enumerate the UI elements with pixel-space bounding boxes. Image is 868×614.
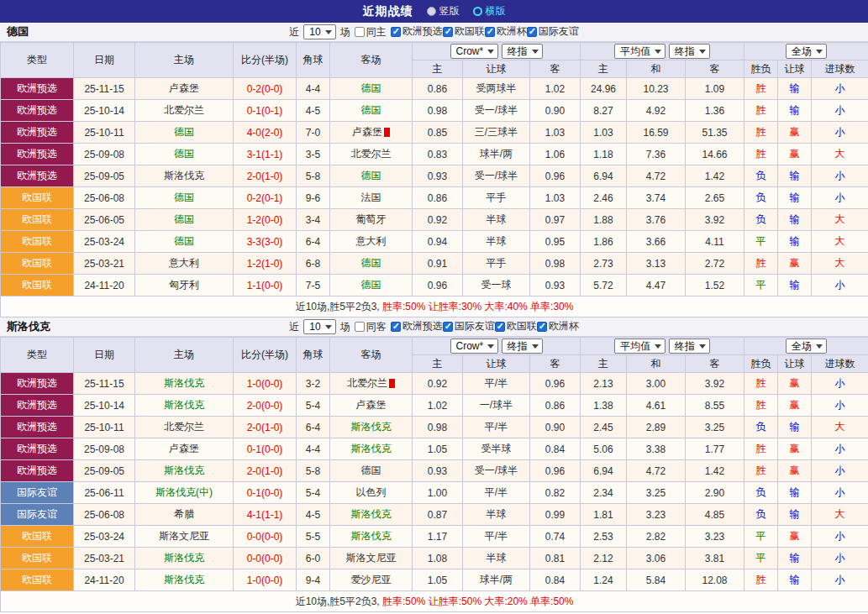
team-name[interactable]: 德国 (361, 464, 381, 476)
team-name[interactable]: 斯洛文尼亚 (346, 552, 397, 564)
team-name[interactable]: 斯洛伐克 (164, 574, 204, 585)
result-goals: 大 (812, 144, 868, 165)
corner-score: 5-4 (297, 395, 330, 417)
same-venue-checkbox[interactable]: 同客 (355, 320, 387, 334)
bookmaker-stage-select[interactable]: 终指 (502, 338, 543, 354)
competition-checkbox[interactable]: 国际友谊 (527, 24, 579, 39)
crown-odds-handicap: 半球 (463, 231, 530, 253)
team-name[interactable]: 卢森堡 (169, 443, 199, 454)
team-name[interactable]: 斯洛伐克 (164, 399, 204, 411)
team-name[interactable]: 斯洛文尼亚 (159, 530, 209, 542)
crown-odds-home: 0.94 (413, 231, 463, 253)
average-odds-away: 14.66 (686, 144, 744, 165)
team-name[interactable]: 斯洛伐克 (351, 421, 392, 433)
match-type-badge: 欧洲预选 (1, 395, 74, 417)
team-name[interactable]: 斯洛伐克 (164, 464, 204, 476)
subcol-crown-away: 客 (530, 355, 581, 373)
team-name[interactable]: 希腊 (174, 508, 194, 520)
result-goals: 小 (812, 100, 868, 122)
result-winloss: 平 (744, 526, 778, 548)
subcol-crown-handicap: 让球 (463, 355, 530, 373)
team-name[interactable]: 德国 (361, 82, 381, 94)
competition-checkbox[interactable]: 国际友谊 (443, 319, 495, 333)
team-name[interactable]: 德国 (174, 213, 194, 225)
match-row: 欧国联25-03-21斯洛伐克0-0(0-0)6-0斯洛文尼亚1.08半球0.8… (1, 548, 868, 569)
competition-checkbox[interactable]: 欧洲预选 (391, 319, 443, 333)
page-title: 近期战绩 (363, 4, 413, 19)
competition-label: 欧国联 (455, 24, 485, 39)
home-team-cell: 德国 (135, 231, 234, 253)
result-handicap: 赢 (778, 526, 812, 548)
crown-odds-away: 0.90 (530, 417, 581, 438)
team-name[interactable]: 斯洛伐克 (164, 377, 204, 389)
team-name[interactable]: 德国 (361, 279, 381, 291)
col-header-type: 类型 (1, 338, 74, 373)
scope-select[interactable]: 全场 (786, 338, 827, 354)
average-odds-draw: 4.61 (627, 395, 686, 417)
team-name[interactable]: 德国 (174, 192, 194, 203)
scope-select[interactable]: 全场 (786, 44, 827, 59)
competition-checkbox[interactable]: 欧国联 (443, 24, 485, 39)
team-name[interactable]: 北爱尔兰 (347, 377, 387, 389)
same-venue-checkbox[interactable]: 同主 (355, 25, 387, 39)
competition-checkbox[interactable]: 欧洲杯 (537, 319, 579, 333)
result-winloss: 胜 (744, 100, 778, 122)
competition-checkbox[interactable]: 欧国联 (495, 319, 537, 333)
team-name[interactable]: 匈牙利 (169, 279, 199, 291)
bookmaker-select[interactable]: Crow* (450, 44, 499, 59)
average-odds-away: 3.23 (686, 526, 744, 548)
team-name[interactable]: 意大利 (169, 257, 199, 269)
team-name[interactable]: 葡萄牙 (356, 213, 387, 225)
match-score: 2-0(1-0) (234, 460, 297, 482)
team-name[interactable]: 以色列 (356, 486, 387, 498)
match-count-select[interactable]: 10 (303, 319, 335, 334)
average-select[interactable]: 平均值 (614, 338, 665, 354)
match-row: 欧洲预选25-09-08卢森堡0-1(0-0)4-4斯洛伐克1.05受半球0.8… (1, 438, 868, 460)
subcol-crown-away: 客 (530, 60, 581, 78)
home-team-cell: 德国 (135, 144, 234, 165)
team-name[interactable]: 德国 (361, 170, 381, 181)
team-name[interactable]: 斯洛伐克(中) (155, 486, 213, 498)
team-name[interactable]: 德国 (174, 126, 194, 138)
subcol-handicap-result: 让球 (778, 355, 812, 373)
bookmaker-select[interactable]: Crow* (450, 338, 499, 354)
competition-label: 欧洲预选 (402, 24, 443, 39)
average-select[interactable]: 平均值 (614, 44, 665, 59)
team-name[interactable]: 德国 (361, 257, 381, 269)
match-row: 欧洲预选25-09-08德国3-1(1-1)3-5北爱尔兰0.83球半/两1.0… (1, 144, 868, 165)
corner-score: 5-8 (297, 165, 330, 187)
competition-checkbox[interactable]: 欧洲杯 (485, 24, 527, 39)
team-name[interactable]: 北爱尔兰 (351, 148, 392, 160)
average-stage-select[interactable]: 终指 (669, 44, 710, 59)
team-name[interactable]: 卢森堡 (356, 399, 387, 411)
team-name[interactable]: 北爱尔兰 (164, 421, 204, 433)
crown-odds-handicap: 平/半 (463, 417, 530, 438)
result-handicap: 赢 (778, 253, 812, 275)
team-name[interactable]: 德国 (174, 235, 194, 247)
team-name[interactable]: 北爱尔兰 (164, 104, 204, 116)
chevron-down-icon (655, 50, 661, 54)
team-name[interactable]: 斯洛伐克 (164, 170, 204, 181)
team-name[interactable]: 斯洛伐克 (164, 552, 204, 564)
bookmaker-stage-select[interactable]: 终指 (502, 44, 543, 59)
corner-score: 4-5 (297, 504, 330, 526)
team-name[interactable]: 斯洛伐克 (351, 530, 392, 542)
layout-option-horizontal[interactable]: 横版 (473, 4, 506, 18)
average-odds-away: 1.36 (686, 100, 744, 122)
match-score: 2-0(1-0) (234, 417, 297, 438)
team-name[interactable]: 德国 (361, 104, 381, 116)
team-name[interactable]: 爱沙尼亚 (351, 574, 392, 585)
team-name[interactable]: 斯洛伐克 (351, 508, 392, 520)
team-name[interactable]: 卢森堡 (169, 82, 199, 94)
team-name[interactable]: 法国 (361, 192, 381, 203)
average-stage-select[interactable]: 终指 (669, 338, 710, 354)
layout-option-vertical[interactable]: 竖版 (427, 4, 460, 18)
competition-checkbox[interactable]: 欧洲预选 (391, 24, 443, 39)
match-row: 欧国联24-11-20匈牙利1-1(0-0)7-5德国0.96受一球0.935.… (1, 275, 868, 297)
match-count-select[interactable]: 10 (303, 24, 335, 39)
average-odds-group-header: 平均值 终指 (581, 43, 744, 60)
team-name[interactable]: 意大利 (356, 235, 387, 247)
team-name[interactable]: 德国 (174, 148, 194, 160)
team-name[interactable]: 斯洛伐克 (351, 443, 392, 454)
team-name[interactable]: 卢森堡 (352, 126, 382, 138)
